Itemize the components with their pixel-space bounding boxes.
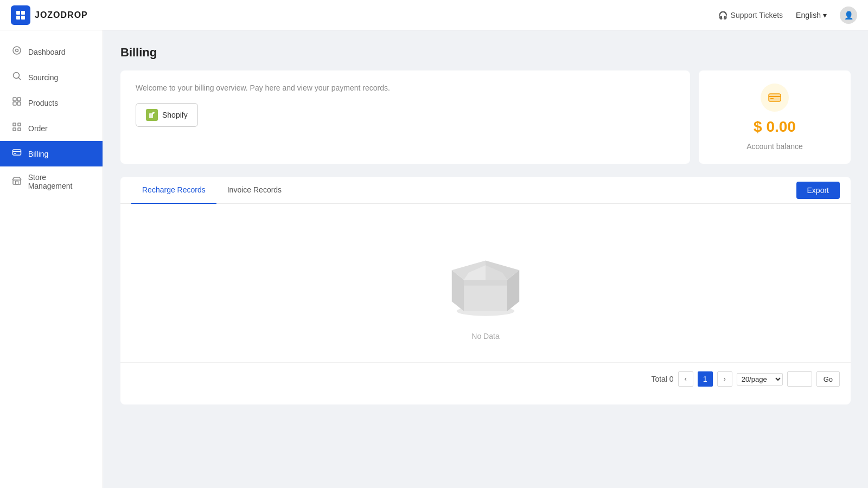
sidebar-item-billing[interactable]: Billing [0,141,103,166]
sidebar-item-order[interactable]: Order [0,115,103,141]
svg-rect-20 [15,181,18,184]
balance-card: $ 0.00 Account balance [699,70,851,164]
svg-rect-22 [769,94,781,101]
svg-rect-25 [770,98,774,99]
header: JOZODROP 🎧 Support Tickets English ▾ 👤 [0,0,868,30]
welcome-text: Welcome to your billing overview. Pay he… [136,84,675,92]
total-label: Total 0 [651,375,673,383]
chevron-down-icon: ▾ [823,11,827,20]
per-page-select[interactable]: 20/page 50/page 100/page [737,373,783,386]
svg-rect-10 [13,102,16,105]
sidebar-item-label: Billing [28,150,48,158]
svg-rect-0 [16,11,20,15]
export-button[interactable]: Export [796,182,840,199]
svg-rect-18 [14,153,16,154]
sidebar-item-label: Order [28,124,48,133]
products-icon [11,97,23,109]
svg-rect-1 [21,11,25,15]
shopify-button[interactable]: Shopify [136,103,198,127]
logo-icon [11,5,30,25]
tab-recharge-records[interactable]: Recharge Records [131,177,216,204]
billing-top: Welcome to your billing overview. Pay he… [120,70,851,164]
support-label: Support Tickets [731,11,783,20]
support-tickets-link[interactable]: 🎧 Support Tickets [718,11,783,20]
lang-label: English [796,11,821,20]
svg-rect-28 [464,280,507,286]
shopify-label: Shopify [162,111,188,119]
svg-rect-15 [18,128,21,131]
sidebar-item-sourcing[interactable]: Sourcing [0,65,103,90]
sidebar-item-label: Products [28,99,58,107]
store-icon [11,176,23,188]
logo-text: JOZODROP [35,10,88,20]
billing-info-card: Welcome to your billing overview. Pay he… [120,70,690,164]
empty-text: No Data [471,332,499,341]
svg-rect-3 [21,16,25,20]
tabs-list: Recharge Records Invoice Records [131,177,292,203]
sidebar-item-label: Store Management [28,173,92,190]
sidebar-item-products[interactable]: Products [0,90,103,115]
svg-point-6 [14,73,20,79]
balance-icon [761,84,789,112]
language-selector[interactable]: English ▾ [796,11,827,20]
logo-area: JOZODROP [11,5,114,25]
shopify-logo-icon [146,109,158,121]
tabs-header: Recharge Records Invoice Records Export [120,177,851,204]
balance-amount: $ 0.00 [754,118,796,136]
go-button[interactable]: Go [816,371,840,387]
layout: Dashboard Sourcing Products [0,30,868,488]
sidebar-item-dashboard[interactable]: Dashboard [0,39,103,65]
dashboard-icon [11,46,23,58]
svg-rect-12 [13,123,16,126]
sourcing-icon [11,71,23,84]
svg-rect-9 [17,98,21,101]
billing-icon [11,147,23,160]
empty-box-illustration [437,236,534,323]
svg-point-4 [13,47,21,54]
tab-invoice-records[interactable]: Invoice Records [216,177,292,204]
page-jump-input[interactable] [787,371,812,387]
sidebar-item-label: Sourcing [28,73,58,82]
user-avatar[interactable]: 👤 [840,7,857,24]
sidebar: Dashboard Sourcing Products [0,30,103,488]
svg-line-7 [19,78,21,80]
svg-rect-16 [13,150,21,155]
svg-rect-2 [16,16,20,20]
page-title: Billing [120,46,851,60]
tabs-card: Recharge Records Invoice Records Export [120,177,851,404]
balance-label: Account balance [746,142,803,151]
svg-rect-8 [13,98,16,101]
svg-rect-21 [149,113,153,118]
prev-page-button[interactable]: ‹ [678,371,693,387]
next-page-button[interactable]: › [717,371,732,387]
svg-rect-19 [13,180,21,184]
empty-state: No Data [120,204,851,362]
svg-rect-14 [13,128,16,131]
main-content: Billing Welcome to your billing overview… [103,30,868,488]
sidebar-item-store-management[interactable]: Store Management [0,166,103,197]
svg-rect-13 [18,123,21,126]
pagination-bar: Total 0 ‹ 1 › 20/page 50/page 100/page G… [120,362,851,395]
support-icon: 🎧 [718,11,727,20]
svg-point-5 [16,49,18,52]
current-page: 1 [698,371,713,387]
svg-rect-11 [17,102,21,105]
sidebar-item-label: Dashboard [28,48,66,56]
header-right: 🎧 Support Tickets English ▾ 👤 [718,7,857,24]
order-icon [11,122,23,134]
